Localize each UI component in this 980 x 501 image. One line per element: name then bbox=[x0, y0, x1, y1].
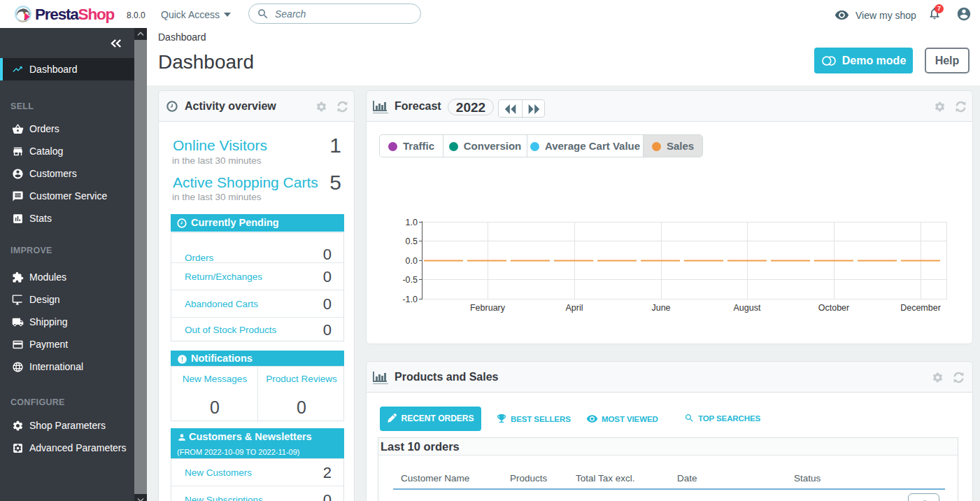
svg-text:0.5: 0.5 bbox=[406, 237, 418, 246]
svg-text:-0.5: -0.5 bbox=[402, 275, 418, 285]
svg-text:0.0: 0.0 bbox=[406, 256, 418, 266]
svg-text:April: April bbox=[565, 303, 583, 313]
svg-text:February: February bbox=[470, 303, 506, 313]
svg-text:June: June bbox=[651, 303, 670, 313]
svg-text:1.0: 1.0 bbox=[406, 218, 418, 227]
svg-text:December: December bbox=[900, 303, 941, 313]
svg-text:August: August bbox=[734, 303, 761, 313]
svg-text:-1.0: -1.0 bbox=[402, 295, 418, 304]
svg-text:October: October bbox=[818, 303, 849, 313]
